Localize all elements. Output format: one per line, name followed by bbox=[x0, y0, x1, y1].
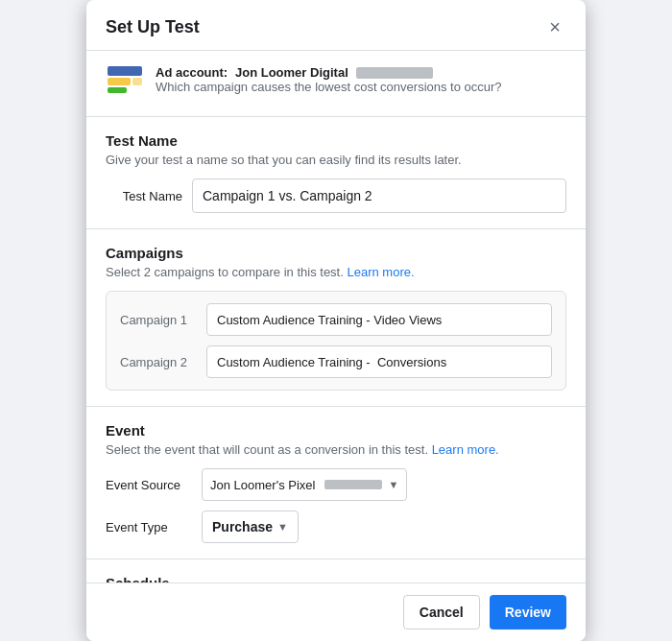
campaign2-input[interactable] bbox=[206, 345, 552, 378]
event-source-select[interactable]: Jon Loomer's Pixel ▼ bbox=[202, 468, 407, 501]
event-desc-text: Select the event that will count as a co… bbox=[106, 442, 428, 457]
modal-footer: Cancel Review bbox=[86, 582, 586, 641]
event-type-dropdown-icon: ▼ bbox=[277, 521, 288, 533]
event-type-value: Purchase bbox=[212, 519, 273, 534]
event-type-button[interactable]: Purchase ▼ bbox=[202, 510, 299, 543]
ad-account-name: Jon Loomer Digital bbox=[235, 65, 348, 80]
event-section: Event Select the event that will count a… bbox=[86, 407, 586, 559]
ad-account-question: Which campaign causes the lowest cost co… bbox=[156, 80, 502, 94]
source-dropdown-arrow-icon: ▼ bbox=[388, 479, 398, 490]
test-name-desc: Give your test a name so that you can ea… bbox=[106, 153, 566, 167]
ad-account-info: Ad account: Jon Loomer Digital Which cam… bbox=[156, 64, 502, 94]
svg-rect-3 bbox=[132, 78, 142, 85]
event-rows: Event Source Jon Loomer's Pixel ▼ Event … bbox=[106, 468, 566, 543]
schedule-title: Schedule bbox=[106, 575, 566, 582]
test-name-label: Test Name bbox=[106, 189, 182, 203]
ad-account-label: Ad account: bbox=[156, 65, 228, 80]
source-id-blur bbox=[324, 480, 382, 489]
svg-rect-0 bbox=[108, 66, 142, 76]
campaign1-label: Campaign 1 bbox=[120, 313, 197, 327]
event-title: Event bbox=[106, 422, 566, 439]
ad-account-icon bbox=[106, 64, 144, 103]
event-type-row: Event Type Purchase ▼ bbox=[106, 510, 566, 543]
svg-rect-1 bbox=[108, 78, 131, 85]
modal-header: Set Up Test × bbox=[86, 0, 586, 51]
campaign2-label: Campaign 2 bbox=[120, 355, 197, 369]
campaigns-desc: Select 2 campaigns to compare in this te… bbox=[106, 265, 566, 279]
campaign1-row: Campaign 1 bbox=[120, 303, 552, 336]
test-name-section: Test Name Give your test a name so that … bbox=[86, 117, 586, 229]
event-learn-more[interactable]: Learn more. bbox=[432, 442, 499, 457]
modal-body: Ad account: Jon Loomer Digital Which cam… bbox=[86, 51, 586, 582]
event-type-label: Event Type bbox=[106, 520, 192, 534]
review-button[interactable]: Review bbox=[490, 595, 566, 629]
account-id-blur bbox=[356, 67, 433, 79]
campaign1-input[interactable] bbox=[206, 303, 552, 336]
svg-rect-2 bbox=[108, 87, 127, 93]
event-desc: Select the event that will count as a co… bbox=[106, 442, 566, 457]
event-source-label: Event Source bbox=[106, 478, 192, 492]
test-name-input[interactable] bbox=[192, 178, 566, 213]
event-source-row: Event Source Jon Loomer's Pixel ▼ bbox=[106, 468, 566, 501]
ad-account-name-line: Ad account: Jon Loomer Digital bbox=[156, 64, 502, 80]
campaigns-desc-text: Select 2 campaigns to compare in this te… bbox=[106, 265, 344, 279]
cancel-button[interactable]: Cancel bbox=[403, 595, 480, 629]
campaigns-box: Campaign 1 Campaign 2 bbox=[106, 291, 566, 391]
setup-test-modal: Set Up Test × Ad account: bbox=[86, 0, 586, 641]
campaigns-section: Campaigns Select 2 campaigns to compare … bbox=[86, 229, 586, 407]
schedule-section: Schedule Choose a date range for your te… bbox=[86, 559, 586, 582]
modal-title: Set Up Test bbox=[106, 17, 200, 37]
test-name-title: Test Name bbox=[106, 132, 566, 149]
close-button[interactable]: × bbox=[543, 15, 566, 38]
campaign2-row: Campaign 2 bbox=[120, 345, 552, 378]
campaigns-title: Campaigns bbox=[106, 245, 566, 261]
test-name-row: Test Name bbox=[106, 178, 566, 213]
ad-account-section: Ad account: Jon Loomer Digital Which cam… bbox=[86, 51, 586, 117]
campaigns-learn-more[interactable]: Learn more. bbox=[347, 265, 414, 279]
event-source-value: Jon Loomer's Pixel bbox=[210, 478, 315, 492]
